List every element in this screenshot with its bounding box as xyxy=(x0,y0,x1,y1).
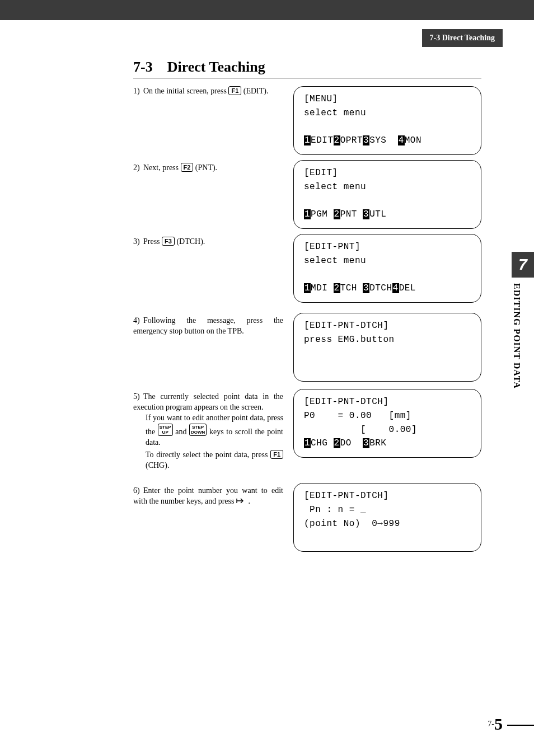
lcd-4: [EDIT-PNT-DTCH] press EMG.button xyxy=(293,313,481,382)
chapter-number-tab: 7 xyxy=(512,252,534,278)
section-title: 7-3Direct Teaching xyxy=(133,59,481,78)
footer-rule xyxy=(507,725,534,726)
lcd-2: [EDIT] select menu 1PGM 2PNT 3UTL xyxy=(293,160,481,229)
step-2-text-b: (PNT). xyxy=(193,163,217,172)
step-4-num: 4) xyxy=(133,316,143,326)
header-crumb: 7-3 Direct Teaching xyxy=(422,29,503,47)
f2-keycap: F2 xyxy=(181,163,194,172)
step-6-text-b: . xyxy=(246,497,250,505)
lcd5-m2: DO xyxy=(340,438,363,448)
lcd1-m3: SYS xyxy=(369,135,392,145)
lcd5-m1n: 1 xyxy=(304,438,311,448)
lcd2-m2n: 2 xyxy=(334,209,340,219)
lcd-1: [MENU] select menu 1EDIT2OPRT3SYS 4MON xyxy=(293,86,481,155)
step-4-text: Following the message, press the emergen… xyxy=(133,316,283,335)
lcd1-m1n: 1 xyxy=(304,135,311,145)
lcd3-m1: MDI xyxy=(311,283,333,293)
step-2: 2)Next, press F2 (PNT). xyxy=(133,163,283,173)
lcd2-m1: PGM xyxy=(311,209,333,219)
step-5-num: 5) xyxy=(133,392,143,402)
lcd3-m3n: 3 xyxy=(363,283,369,293)
lcd2-m1n: 1 xyxy=(304,209,311,219)
step-2-num: 2) xyxy=(133,163,143,173)
lcd5-m1: CHG xyxy=(311,438,333,448)
lcd4-line2: press EMG.button xyxy=(304,335,395,345)
lcd3-title: [EDIT-PNT] xyxy=(304,242,360,252)
chapter-label-vertical: EDITING POINT DATA xyxy=(512,283,522,440)
step-up-keycap: STEPUP xyxy=(158,424,173,436)
step-5: 5)The currently selected point data in t… xyxy=(133,392,283,471)
step-6-num: 6) xyxy=(133,486,143,496)
lcd5-line2: P0 = 0.00 [mm] xyxy=(304,411,411,421)
step-down-keycap: STEPDOWN xyxy=(189,424,207,436)
lcd1-line2: select menu xyxy=(304,108,366,118)
enter-arrow-icon xyxy=(236,497,246,508)
step-5-p3a: To directly select the point data, press xyxy=(146,450,270,459)
step-up-l2: UP xyxy=(160,430,171,435)
lcd-6: [EDIT-PNT-DTCH] Pn : n = _ (point No) 0→… xyxy=(293,483,481,552)
page-footer: 7-5 xyxy=(488,715,503,734)
section-name: Direct Teaching xyxy=(167,59,265,75)
lcd1-title: [MENU] xyxy=(304,94,338,104)
step-up-l1: STEP xyxy=(160,425,171,430)
step-6: 6)Enter the point number you want to edi… xyxy=(133,486,283,508)
lcd1-m1: EDIT xyxy=(311,135,333,145)
lcd3-m3: DTCH xyxy=(369,283,392,293)
lcd2-line2: select menu xyxy=(304,182,366,192)
step-6-text-a: Enter the point number you want to edit … xyxy=(133,486,283,505)
lcd3-m2n: 2 xyxy=(334,283,340,293)
lcd2-m3: UTL xyxy=(369,209,386,219)
section-number: 7-3 xyxy=(133,59,153,75)
step-1-text-a: On the initial screen, press xyxy=(143,87,228,95)
step-4: 4)Following the message, press the emerg… xyxy=(133,316,283,337)
step-3-text-b: (DTCH). xyxy=(175,237,205,246)
lcd5-m2n: 2 xyxy=(334,438,340,448)
step-2-text-a: Next, press xyxy=(143,163,181,172)
lcd1-m3n: 3 xyxy=(363,135,369,145)
lcd4-title: [EDIT-PNT-DTCH] xyxy=(304,321,389,331)
lcd3-line2: select menu xyxy=(304,256,366,266)
lcd6-line2: Pn : n = _ xyxy=(304,505,366,515)
lcd3-m2: TCH xyxy=(340,283,363,293)
lcd2-m3n: 3 xyxy=(363,209,369,219)
step-1: 1)On the initial screen, press F1 (EDIT)… xyxy=(133,86,283,97)
step-5-p1: The currently selected point data in the… xyxy=(133,392,283,411)
step-dn-l1: STEP xyxy=(191,425,205,430)
top-bar xyxy=(0,0,534,20)
footer-chapter: 7- xyxy=(488,720,494,728)
step-1-text-b: (EDIT). xyxy=(241,87,268,95)
step-1-num: 1) xyxy=(133,86,143,97)
lcd2-title: [EDIT] xyxy=(304,168,338,178)
chapter-side-tab: 7 EDITING POINT DATA xyxy=(512,252,534,440)
lcd1-m4n: 4 xyxy=(398,135,405,145)
lcd3-m1n: 1 xyxy=(304,283,311,293)
lcd1-m2: OPRT xyxy=(340,135,363,145)
lcd1-m4: MON xyxy=(405,135,421,145)
step-5-p3b: (CHG). xyxy=(146,461,169,469)
lcd3-m4n: 4 xyxy=(392,283,399,293)
lcd5-m3: BRK xyxy=(369,438,386,448)
step-3-num: 3) xyxy=(133,237,143,247)
step-dn-l2: DOWN xyxy=(191,430,205,435)
footer-page: 5 xyxy=(494,715,503,733)
lcd-5: [EDIT-PNT-DTCH] P0 = 0.00 [mm] [ 0.00] 1… xyxy=(293,389,481,458)
lcd6-title: [EDIT-PNT-DTCH] xyxy=(304,491,389,501)
step-3-text-a: Press xyxy=(143,237,162,246)
f1-keycap: F1 xyxy=(228,86,241,95)
lcd1-m2n: 2 xyxy=(334,135,340,145)
lcd6-line3: (point No) 0→999 xyxy=(304,519,400,529)
step-5-p2b: and xyxy=(173,428,189,436)
lcd5-m3n: 3 xyxy=(363,438,369,448)
f3-keycap: F3 xyxy=(162,237,175,246)
step-3: 3)Press F3 (DTCH). xyxy=(133,237,283,247)
lcd5-line3: [ 0.00] xyxy=(304,425,417,435)
lcd3-m4: DEL xyxy=(399,283,416,293)
lcd5-title: [EDIT-PNT-DTCH] xyxy=(304,397,389,407)
lcd2-m2: PNT xyxy=(340,209,363,219)
lcd-3: [EDIT-PNT] select menu 1MDI 2TCH 3DTCH4D… xyxy=(293,234,481,303)
f1-keycap-2: F1 xyxy=(270,450,283,459)
